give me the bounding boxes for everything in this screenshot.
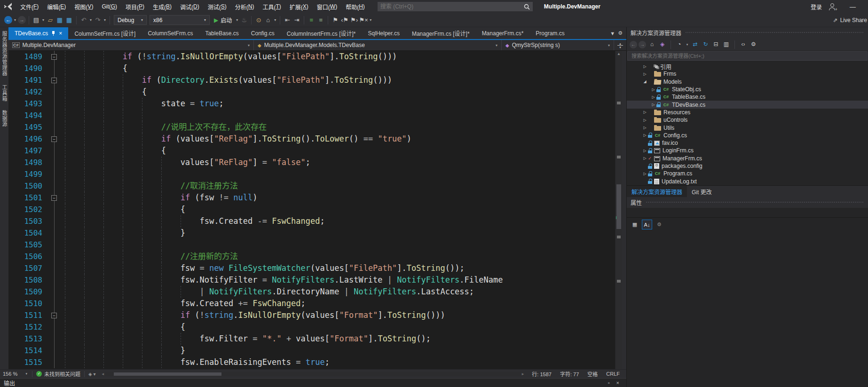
tree-item-StateObj.cs[interactable]: ▷C#StateObj.cs bbox=[627, 86, 868, 93]
forward-icon[interactable]: → bbox=[639, 41, 646, 48]
tab-SqlHelper.cs[interactable]: SqlHelper.cs bbox=[362, 27, 406, 39]
fold-collapse-icon[interactable]: − bbox=[51, 136, 57, 142]
menu-item-n[interactable]: 分析(N) bbox=[231, 0, 259, 13]
prev-bookmark-icon[interactable]: ‹⚑ bbox=[340, 16, 349, 25]
scroll-right-icon[interactable]: ▸ bbox=[521, 371, 526, 376]
menu-item-f[interactable]: 文件(F) bbox=[16, 0, 43, 13]
tab-ColumnInsertFrm.cs设计[interactable]: ColumnInsertFrm.cs [设计]* bbox=[281, 27, 362, 39]
expand-arrow-icon[interactable]: ▷ bbox=[642, 110, 648, 114]
expand-arrow-icon[interactable]: ▷ bbox=[642, 156, 648, 160]
expand-arrow-icon[interactable]: ▷ bbox=[650, 87, 656, 92]
code-cleanup-icon[interactable]: ◈ ▾ bbox=[87, 371, 98, 377]
expand-arrow-icon[interactable]: ▷ bbox=[642, 133, 648, 137]
close-icon[interactable]: × bbox=[59, 30, 62, 37]
tree-item-Frms[interactable]: ▷Frms bbox=[627, 70, 868, 78]
comment-icon[interactable]: ≡ bbox=[307, 16, 316, 25]
code-line[interactable]: 1510 fsw.Created += FswChanged; bbox=[8, 298, 615, 309]
fold-collapse-icon[interactable]: − bbox=[51, 54, 57, 60]
code-line[interactable]: 1496− if (values["ReFlag"].ToString().To… bbox=[8, 133, 615, 145]
menu-item-d[interactable]: 调试(D) bbox=[176, 0, 204, 13]
property-pages-icon[interactable]: ⚙ bbox=[654, 220, 664, 229]
start-dropdown[interactable]: ▾ bbox=[235, 16, 239, 25]
code-line[interactable]: 1501− if (fsw != null) bbox=[8, 192, 615, 204]
expand-arrow-icon[interactable]: ▷ bbox=[642, 126, 648, 130]
uncomment-icon[interactable]: ≡ bbox=[316, 16, 325, 25]
home-icon[interactable]: ⌂ bbox=[647, 40, 656, 49]
code-line[interactable]: 1490 { bbox=[8, 63, 615, 74]
line-indicator[interactable]: 行: 1587 bbox=[532, 370, 552, 378]
menu-item-e[interactable]: 编辑(E) bbox=[43, 0, 70, 13]
code-line[interactable]: 1513 fsw.Filter = "*." + values["Format"… bbox=[8, 333, 615, 345]
code-line[interactable]: 1509 | NotifyFilters.DirectoryName | Not… bbox=[8, 286, 615, 298]
minimize-icon[interactable]: — bbox=[842, 3, 863, 10]
tree-item-LoginFrm.cs[interactable]: ▷LoginFrm.cs bbox=[627, 147, 868, 154]
forward-icon[interactable]: → bbox=[18, 16, 26, 24]
save-icon[interactable]: ▦ bbox=[55, 16, 64, 25]
panel-tab-解决方案资源管理器[interactable]: 解决方案资源管理器 bbox=[627, 186, 687, 197]
window-position-icon[interactable]: ▫ bbox=[605, 380, 613, 386]
menu-item-v[interactable]: 视图(V) bbox=[70, 0, 97, 13]
save-all-icon[interactable]: ▦ bbox=[64, 16, 74, 25]
solution-configuration-select[interactable]: Debug▾ bbox=[114, 15, 147, 25]
redo-dropdown[interactable]: ▾ bbox=[103, 16, 107, 25]
switch-views-icon[interactable]: ◈ bbox=[658, 40, 667, 49]
tree-item-Program.cs[interactable]: ▷C#Program.cs bbox=[627, 170, 868, 177]
search-input[interactable] bbox=[380, 3, 524, 10]
pin-icon[interactable] bbox=[51, 31, 55, 36]
menu-item-g[interactable]: Git(G) bbox=[97, 0, 121, 13]
code-line[interactable]: 1506 //注册新的方法 bbox=[8, 251, 615, 262]
type-dropdown[interactable]: ◆ Multiple.DevManager.Models.TDevBase▾ bbox=[254, 40, 502, 50]
scroll-up-icon[interactable]: ▲ bbox=[615, 52, 622, 56]
expand-arrow-icon[interactable]: ▷ bbox=[642, 149, 648, 153]
navigate-home-icon[interactable]: ⌂ bbox=[263, 16, 273, 25]
code-line[interactable]: 1502 { bbox=[8, 204, 615, 215]
menu-item-b[interactable]: 生成(B) bbox=[149, 0, 176, 13]
code-line[interactable]: 1515 fsw.EnableRaisingEvents = true; bbox=[8, 356, 615, 368]
code-line[interactable]: 1514 } bbox=[8, 345, 615, 356]
tab-ColumnSetFrm.cs[interactable]: ColumnSetFrm.cs bbox=[142, 27, 199, 39]
sign-in-button[interactable]: 登录 bbox=[811, 3, 822, 11]
code-line[interactable]: 1499 bbox=[8, 168, 615, 180]
clear-bookmarks-icon[interactable]: ⚑× bbox=[359, 16, 368, 25]
solution-explorer-search-input[interactable] bbox=[627, 51, 868, 61]
tab-Program.cs[interactable]: Program.cs bbox=[529, 27, 570, 39]
hot-reload-icon[interactable]: ♨ bbox=[239, 16, 249, 25]
code-line[interactable]: 1491− if (Directory.Exists(values["FileP… bbox=[8, 74, 615, 86]
side-tab-工具箱[interactable]: 工具箱 bbox=[0, 85, 8, 102]
back-icon[interactable]: ← bbox=[4, 16, 12, 24]
menu-item-p[interactable]: 项目(P) bbox=[121, 0, 149, 13]
start-debug-button[interactable]: ▶启动 bbox=[211, 16, 235, 24]
code-line[interactable]: 1500 //取消注册方法 bbox=[8, 180, 615, 192]
tree-item-packages.config[interactable]: packages.config bbox=[627, 162, 868, 170]
tab-options-icon[interactable]: ⚙ bbox=[618, 30, 623, 36]
code-line[interactable]: 1497 { bbox=[8, 145, 615, 157]
undo-icon[interactable]: ↶ bbox=[79, 16, 88, 25]
tree-item-Models[interactable]: ◢Models bbox=[627, 78, 868, 86]
alphabetical-icon[interactable]: A↓ bbox=[642, 220, 652, 229]
tab-list-icon[interactable]: ▼ bbox=[610, 31, 615, 36]
expand-arrow-icon[interactable]: ▷ bbox=[642, 72, 648, 76]
split-editor-icon[interactable]: ▴▾ bbox=[614, 40, 626, 50]
code-line[interactable]: 1494 bbox=[8, 110, 615, 121]
zoom-select[interactable]: 156 %▾ bbox=[0, 370, 30, 378]
tree-item-引用[interactable]: ▷引用 bbox=[627, 63, 868, 70]
code-line[interactable]: 1507 fsw = new FileSystemWatcher(values[… bbox=[8, 262, 615, 274]
tree-item-Resources[interactable]: ▷Resources bbox=[627, 109, 868, 116]
find-in-files-icon[interactable]: ⊙ bbox=[254, 16, 263, 25]
expand-arrow-icon[interactable]: ▷ bbox=[650, 103, 656, 107]
properties-icon[interactable]: ⚙ bbox=[749, 40, 758, 49]
tree-item-fav.ico[interactable]: fav.ico bbox=[627, 139, 868, 147]
code-line[interactable]: 1495 //说明上次不存在，此次存在 bbox=[8, 121, 615, 133]
fold-collapse-icon[interactable]: − bbox=[51, 313, 57, 318]
view-code-icon[interactable]: ‹› bbox=[739, 40, 748, 49]
expand-arrow-icon[interactable]: ▷ bbox=[650, 95, 656, 99]
menu-item-t[interactable]: 工具(T) bbox=[258, 0, 285, 13]
undo-dropdown[interactable]: ▾ bbox=[88, 16, 93, 25]
user-account-icon[interactable]: + bbox=[829, 3, 836, 10]
sync-with-active-document-icon[interactable]: ⇄ bbox=[691, 40, 700, 49]
code-line[interactable]: 1493 state = true; bbox=[8, 98, 615, 110]
tree-item-UpdateLog.txt[interactable]: UpdateLog.txt bbox=[627, 177, 868, 185]
filter-dropdown[interactable]: ▾ bbox=[685, 40, 689, 49]
bookmark-dropdown[interactable]: ▾ bbox=[368, 16, 373, 25]
panel-grip[interactable] bbox=[685, 32, 864, 34]
